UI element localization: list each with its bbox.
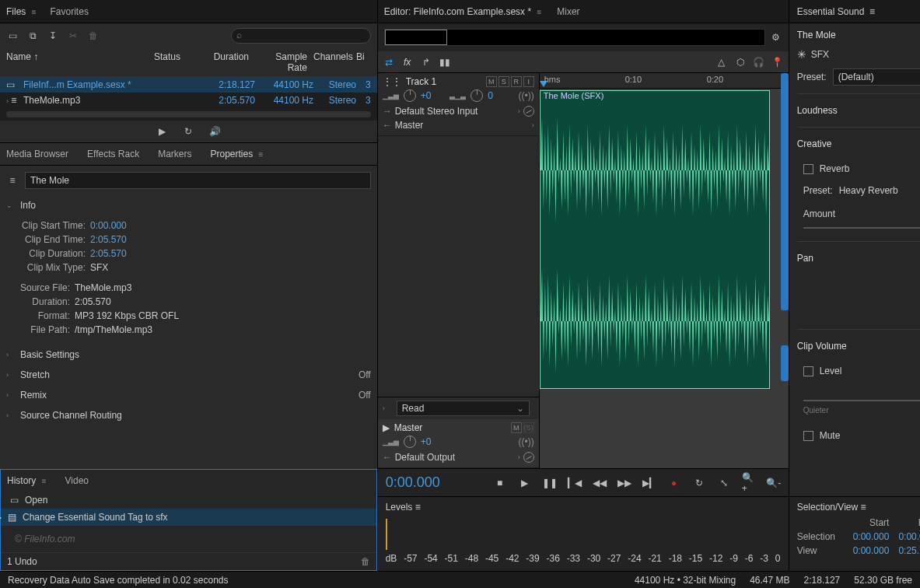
preset-select[interactable]: (Default) [833,68,920,86]
clip-area[interactable]: The Mole (SFX) [540,89,789,390]
audio-clip[interactable]: The Mole (SFX) [540,90,770,389]
timecode[interactable]: 0:00.000 [386,474,471,491]
section-pan[interactable]: Pan [797,250,920,267]
automation-expand-icon[interactable]: › [383,404,392,412]
section-info[interactable]: ⌄Info [6,195,371,215]
snap-icon[interactable]: ⬡ [734,56,747,68]
pause-icon[interactable]: ❚❚ [543,476,557,490]
pan-value[interactable]: 0 [488,90,493,101]
new-file-icon[interactable]: ⧉ [26,30,39,42]
track-output-row[interactable]: ←Master› [383,118,534,132]
clip-name-input[interactable] [25,172,371,189]
mute-button[interactable]: M [486,76,497,87]
input-power-icon[interactable] [523,106,534,117]
master-mute[interactable]: M [511,422,522,433]
level-slider[interactable] [803,400,920,401]
files-search[interactable] [231,28,371,44]
volume-value[interactable]: +0 [421,90,432,101]
levels-scale: dB-57-54-51-48-45-42-39-36-33-30-27-24-2… [386,553,781,564]
sfx-tag[interactable]: SFX [811,49,829,60]
tab-favorites[interactable]: Favorites [51,6,89,17]
gear-icon[interactable]: ⚙ [770,31,782,44]
reverb-preset-select[interactable]: Heavy Reverb [839,185,898,196]
sel-start[interactable]: 0:00.000 [853,531,890,542]
files-hscroll[interactable] [6,111,371,117]
view-start[interactable]: 0:00.000 [853,545,890,556]
master-output-row[interactable]: ←Default Output› [383,450,534,464]
tab-mixer[interactable]: Mixer [557,6,579,17]
tab-properties[interactable]: Properties ≡ [211,149,264,159]
master-volume-value[interactable]: +0 [421,436,432,447]
overview-selection[interactable] [385,30,447,45]
rewind-start-icon[interactable]: ▎◀ [568,476,582,490]
tab-history[interactable]: History ≡ [7,475,47,486]
record-arm-button[interactable]: R [511,76,522,87]
headphone-icon[interactable]: 🎧 [753,56,765,68]
search-input[interactable] [247,30,364,41]
history-item[interactable]: ▶ ▤ Change Essential Sound Tag to sfx [1,509,376,526]
pan-knob[interactable] [470,89,483,102]
master-track-area[interactable] [540,390,789,468]
amount-slider[interactable] [803,227,920,229]
level-checkbox[interactable] [803,366,813,376]
forward-icon[interactable]: ▶▶ [617,476,631,490]
track-input-row[interactable]: →Default Stereo Input› [383,104,534,118]
section-stretch[interactable]: ›StretchOff [6,365,371,385]
track-name[interactable]: Track 1 [406,76,481,87]
zoom-out-icon[interactable]: 🔍- [767,476,781,490]
sel-end[interactable]: 0:00.000 [898,531,920,542]
master-volume-knob[interactable] [404,436,416,448]
solo-button[interactable]: S [498,76,509,87]
tab-video[interactable]: Video [65,475,89,486]
tab-effects-rack[interactable]: Effects Rack [87,149,139,159]
play-icon[interactable]: ▶ [518,476,532,490]
section-creative[interactable]: Creative [797,135,920,152]
skip-selection-icon[interactable]: ⤡ [717,476,731,490]
time-ruler[interactable]: hms 0:10 0:20 [540,73,789,89]
section-remix[interactable]: ›RemixOff [6,385,371,405]
file-row[interactable]: › ≡ TheMole.mp3 2:05.570 44100 Hz Stereo… [0,93,377,108]
send-icon[interactable]: ↱ [420,56,432,68]
output-power-icon[interactable] [523,452,534,463]
tab-files[interactable]: Files ≡ [6,6,37,17]
tab-markers[interactable]: Markers [158,149,191,159]
loop-playback-icon[interactable]: ↻ [692,476,706,490]
rewind-icon[interactable]: ◀◀ [593,476,607,490]
play-icon[interactable]: ▶ [156,125,168,138]
mute-checkbox[interactable] [803,431,813,441]
eq-icon[interactable]: ▮▮ [439,56,451,68]
section-basic-settings[interactable]: ›Basic Settings [6,345,371,365]
reverb-checkbox[interactable] [803,164,813,174]
fx-icon[interactable]: fx [401,56,414,68]
overview-track[interactable] [384,29,765,46]
section-loudness[interactable]: Loudness [797,102,920,119]
import-icon[interactable]: ↧ [47,30,59,42]
marker-icon[interactable]: 📍 [771,56,784,68]
audio-icon: ≡ [11,95,16,106]
section-clip-volume[interactable]: Clip Volume [797,338,920,355]
track-grip-icon[interactable]: ⋮⋮ [383,76,401,87]
tab-media-browser[interactable]: Media Browser [6,149,68,159]
forward-end-icon[interactable]: ▶▎ [642,476,656,490]
volume-knob[interactable] [404,89,416,102]
open-file-icon[interactable]: ▭ [6,30,19,42]
view-end[interactable]: 0:25.764 [898,545,920,556]
zoom-in-icon[interactable]: 🔍+ [742,476,756,490]
file-row[interactable]: ▭ FileInf...m Example.sesx * 2:18.127 44… [0,77,377,93]
monitor-button[interactable]: I [523,76,534,87]
loop-icon[interactable]: ↻ [182,125,194,138]
stop-icon[interactable]: ■ [493,476,507,490]
metronome-icon[interactable]: △ [715,56,728,68]
history-item[interactable]: ▭ Open [1,492,376,509]
tab-editor[interactable]: Editor: FileInfo.com Example.sesx * ≡ [384,6,542,17]
clear-history-icon[interactable]: 🗑 [361,556,370,567]
amount-label: Amount [803,208,835,219]
master-grip-icon[interactable]: ▶ [383,422,390,433]
master-vscroll[interactable] [778,73,789,468]
section-source-channel[interactable]: ›Source Channel Routing [6,405,371,425]
automation-mode-select[interactable]: Read ⌄ [397,401,530,416]
loop-icon[interactable]: ⇄ [383,56,395,68]
auto-play-icon[interactable]: 🔊 [208,125,221,138]
expand-icon[interactable]: › [6,97,9,105]
record-icon[interactable]: ● [667,476,681,490]
